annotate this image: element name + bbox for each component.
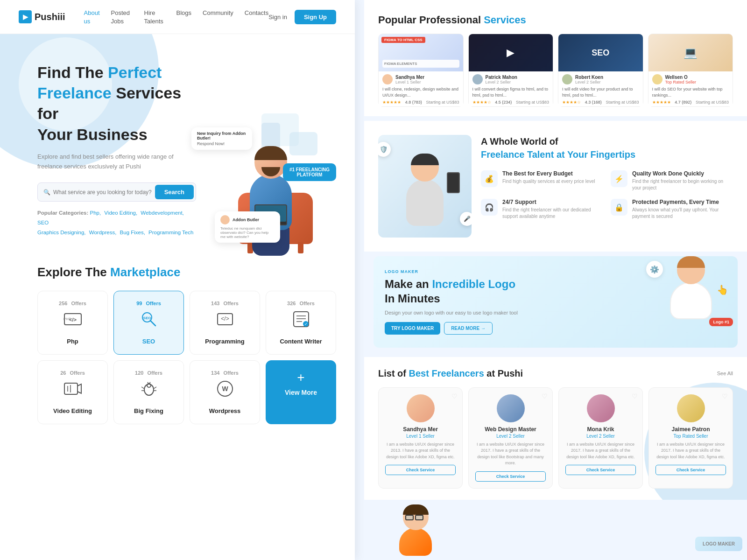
feature-budget: 💰 The Best for Every Budget Find high qu… (481, 170, 603, 191)
pop-title-part1: Popular Professional (378, 14, 484, 26)
bottom-character (392, 504, 439, 556)
video-icon (62, 378, 84, 400)
logo-maker-content: LOGO MAKER Make an Incredible Logo In Mi… (385, 269, 573, 334)
feature-support: 🎧 24/7 Support Find the right freelancer… (481, 199, 603, 220)
service-card-web[interactable]: 💻 Wellsen O Top Rated Seller I will do S… (648, 34, 733, 107)
market-card-wordpress[interactable]: 134 Offers W Wordpress (190, 360, 260, 424)
service-card-video[interactable]: ▶ Patrick Mahon Level 2 Seller I will co… (468, 34, 554, 107)
cat-seo[interactable]: SEO (37, 220, 49, 225)
svg-line-19 (141, 387, 144, 389)
market-card-seo[interactable]: 99 Offers SEO SEO (113, 291, 184, 355)
hero-subtitle: Explore and find best sellers offering w… (37, 152, 196, 172)
logo-maker-badge: LOGO MAKER (385, 269, 573, 274)
freelancer-card-1: ♡ Sandhya Mer Level 1 Seller I am a webs… (378, 387, 463, 489)
chat-bubble-bottom: Addon Butler Teleduc ne nunquam dici obs… (215, 211, 280, 243)
freelancer-role-1: Level 1 Seller (385, 434, 456, 439)
heart-icon-4[interactable]: ♡ (722, 392, 728, 400)
cat-wordpress[interactable]: Wordpress, (89, 230, 117, 235)
logo-maker-title: Make an Incredible Logo In Minutes (385, 277, 573, 306)
check-service-btn-3[interactable]: Check Service (565, 465, 636, 475)
quality-icon: ⚡ (611, 170, 627, 187)
web-desc: I will do SEO for your website with top … (652, 86, 729, 98)
cat-bugs[interactable]: Bug Fixes, (120, 230, 145, 235)
logo-maker-title-highlight: Incredible Logo (432, 278, 515, 290)
services-cards-container: FIGMA TO HTML CSS FIGMA ELEMENTS Sandhya… (378, 34, 733, 107)
market-card-php[interactable]: 256 Offers </> PHP Php (37, 291, 108, 355)
freelancer-role-4: Top Rated Seller (655, 434, 726, 439)
figma-stars: ★★★★★ (382, 100, 401, 105)
seo-avatar (562, 74, 572, 84)
see-all-link[interactable]: See All (717, 371, 733, 376)
cat-webdev[interactable]: Webdevelopment, (141, 210, 183, 216)
cat-video[interactable]: Video Editing, (104, 210, 137, 216)
market-card-video[interactable]: 26 Offers Video Editing (37, 360, 108, 424)
heart-icon-1[interactable]: ♡ (451, 392, 458, 400)
freelancer-card-2: ♡ Web Design Master Level 2 Seller I am … (468, 387, 553, 489)
nav-blogs[interactable]: Blogs (176, 9, 192, 16)
heart-icon-3[interactable]: ♡ (632, 392, 638, 400)
market-card-content[interactable]: 326 Offers ✓ Content Writer (266, 291, 336, 355)
seo-service-info: Robert Koen Level 2 Seller I will edit v… (558, 71, 643, 106)
cat-graphics[interactable]: Graphics Designing, (37, 230, 86, 235)
nav-links: About us Posted Jobs Hire Talents Blogs … (84, 8, 269, 25)
wordpress-icon: W (214, 378, 236, 400)
budget-icon: 💰 (481, 170, 498, 187)
programming-icon: </> (214, 308, 236, 330)
bottom-logo-maker-label: LOGO MAKER (695, 537, 742, 551)
web-rating: 4.7 (892) (675, 100, 691, 105)
marketplace-title-part1: Explore The (37, 265, 110, 279)
video-rating-row: ★★★★☆ 4.5 (234) Starting at US$83 (472, 100, 550, 105)
video-freelancer: Patrick Mahon Level 2 Seller (472, 74, 550, 84)
nav-community[interactable]: Community (203, 9, 233, 16)
web-rating-row: ★★★★★ 4.7 (892) Starting at US$83 (652, 100, 729, 105)
cat-programming[interactable]: Programming Tech (148, 230, 193, 235)
freelancers-title-part2: at Pushi (486, 368, 523, 378)
try-logo-maker-button[interactable]: TRY LOGO MAKER (385, 322, 440, 335)
seo-card-label: SEO (592, 48, 609, 58)
logo[interactable]: ▶ Pushiii (19, 10, 65, 23)
search-button[interactable]: Search (155, 185, 194, 199)
heart-icon-2[interactable]: ♡ (542, 392, 548, 400)
freelancer-avatar-2 (497, 394, 525, 422)
world-image: 🛡️ 🎤 (378, 135, 472, 238)
logo-maker-title-part2: In Minutes (385, 292, 440, 305)
cat-php[interactable]: Php, (90, 210, 101, 216)
svg-text:W: W (222, 385, 228, 392)
bug-offers-count: 120 (135, 370, 143, 376)
check-service-btn-2[interactable]: Check Service (475, 471, 546, 482)
check-service-btn-1[interactable]: Check Service (385, 465, 456, 475)
read-more-button[interactable]: READ MORE → (444, 322, 493, 335)
seo-icon: SEO (138, 308, 160, 330)
logo-maker-buttons: TRY LOGO MAKER READ MORE → (385, 322, 573, 335)
figma-service-info: Sandhya Mer Level 1 Seller I will clone,… (379, 71, 463, 106)
popular-services-title: Popular Professional Services (378, 14, 733, 26)
figma-badge: FIGMA TO HTML CSS (381, 37, 425, 43)
chat-avatar (220, 215, 230, 224)
world-badge-mic: 🎤 (460, 212, 472, 226)
php-name: Php (67, 338, 78, 345)
service-card-figma[interactable]: FIGMA TO HTML CSS FIGMA ELEMENTS Sandhya… (378, 34, 464, 107)
php-icon: </> PHP (62, 308, 84, 330)
wp-offers-count: 134 (211, 370, 219, 376)
signup-button[interactable]: Sign Up (295, 10, 336, 24)
check-service-btn-4[interactable]: Check Service (655, 465, 726, 475)
bug-name: Big Fixing (134, 407, 163, 414)
chat-bubble-top: New Inquiry from Addon Butler! Respond N… (191, 127, 252, 150)
market-card-bug[interactable]: 120 Offers Big Fixing (113, 360, 184, 424)
nav-about[interactable]: About us (84, 9, 100, 25)
figma-desc: I will clone, redesign, design website a… (382, 86, 459, 98)
nav-talents[interactable]: Hire Talents (144, 9, 163, 25)
nav-contacts[interactable]: Contacts (245, 9, 268, 16)
market-card-programming[interactable]: 143 Offers </> Programming (190, 291, 260, 355)
service-card-img-figma: FIGMA TO HTML CSS FIGMA ELEMENTS (379, 34, 463, 71)
service-card-seo[interactable]: SEO Robert Koen Level 2 Seller I will ed… (558, 34, 643, 107)
market-card-viewmore[interactable]: + View More (266, 360, 336, 424)
signin-link[interactable]: Sign in (268, 14, 287, 21)
logo-maker-wrapper: LOGO MAKER Make an Incredible Logo In Mi… (364, 256, 747, 357)
freelancer-role-3: Level 2 Seller (565, 434, 636, 439)
feature-quality-title: Quality Work Done Quickly (632, 170, 733, 177)
nav-jobs[interactable]: Posted Jobs (111, 9, 130, 25)
svg-text:SEO: SEO (143, 316, 151, 320)
search-input[interactable] (53, 189, 155, 196)
freelancer-card-3: ♡ Mona Krik Level 2 Seller I am a websit… (558, 387, 643, 489)
